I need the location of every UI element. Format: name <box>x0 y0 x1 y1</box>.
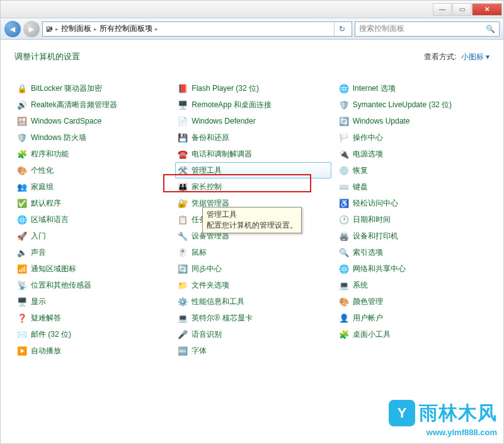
cp-item[interactable]: ❓疑难解答 <box>14 310 170 326</box>
crumb-all-items[interactable]: 所有控制面板项 <box>100 23 152 34</box>
item-label: Windows CardSpace <box>31 117 101 126</box>
item-label: 默认程序 <box>31 198 61 209</box>
item-label: 入门 <box>31 231 46 242</box>
cp-item[interactable]: 🏳️操作中心 <box>336 129 492 146</box>
cp-item[interactable]: 👥家庭组 <box>14 178 170 195</box>
cp-item[interactable]: 🎨个性化 <box>14 162 170 178</box>
item-label: BitLocker 驱动器加密 <box>31 83 102 94</box>
view-by-label: 查看方式: <box>424 52 456 61</box>
item-icon: 🌐 <box>339 83 349 93</box>
cp-item[interactable]: 🔌电源选项 <box>336 146 492 162</box>
cp-item[interactable]: 🔒BitLocker 驱动器加密 <box>14 80 170 96</box>
item-label: 疑难解答 <box>31 313 61 324</box>
address-bar: ◄ ► 🖳 ▸ 控制面板 ▸ 所有控制面板项 ▸ ↻ 搜索控制面板 🔍 <box>1 18 503 40</box>
cp-item[interactable]: 🪟Windows CardSpace <box>14 113 170 129</box>
cp-item[interactable]: 📁文件夹选项 <box>175 277 331 293</box>
chevron-right-icon: ▸ <box>55 26 59 32</box>
cp-item[interactable]: 📡位置和其他传感器 <box>14 277 170 293</box>
item-icon: 🔌 <box>339 149 349 159</box>
cp-item[interactable]: 🔈声音 <box>14 244 170 260</box>
search-placeholder: 搜索控制面板 <box>359 23 404 34</box>
chevron-down-icon: ▾ <box>486 52 490 61</box>
cp-item[interactable]: 💻英特尔® 核芯显卡 <box>175 310 331 326</box>
cp-item[interactable]: 🛠️管理工具 <box>175 162 331 178</box>
item-label: Flash Player (32 位) <box>192 83 259 94</box>
cp-item[interactable]: 🌐网络和共享中心 <box>336 260 492 277</box>
cp-item[interactable]: ⚙️性能信息和工具 <box>175 293 331 310</box>
cp-item[interactable]: 🎤语音识别 <box>175 326 331 342</box>
cp-item[interactable]: 🔍索引选项 <box>336 244 492 260</box>
cp-item[interactable]: 📶通知区域图标 <box>14 260 170 277</box>
cp-item[interactable]: 📄Windows Defender <box>175 113 331 129</box>
cp-item[interactable]: 🧩桌面小工具 <box>336 326 492 342</box>
item-label: RemoteApp 和桌面连接 <box>192 100 272 110</box>
view-by-control[interactable]: 查看方式: 小图标 ▾ <box>424 52 490 62</box>
breadcrumb[interactable]: 🖳 ▸ 控制面板 ▸ 所有控制面板项 ▸ ↻ <box>42 21 352 37</box>
cp-item[interactable]: 🛡️Symantec LiveUpdate (32 位) <box>336 96 492 113</box>
cp-item[interactable]: ☎️电话和调制解调器 <box>175 146 331 162</box>
cp-item[interactable]: 🧩程序和功能 <box>14 146 170 162</box>
cp-item[interactable]: ♿轻松访问中心 <box>336 195 492 211</box>
cp-item[interactable]: 🌐区域和语言 <box>14 211 170 228</box>
search-input[interactable]: 搜索控制面板 🔍 <box>355 21 500 37</box>
item-label: 设备和打印机 <box>353 231 398 242</box>
cp-item[interactable]: 🔄同步中心 <box>175 260 331 277</box>
item-icon: 🔄 <box>178 264 188 274</box>
cp-item[interactable]: 🕐日期和时间 <box>336 211 492 228</box>
item-label: 邮件 (32 位) <box>31 329 71 340</box>
view-by-value[interactable]: 小图标 ▾ <box>461 52 490 61</box>
item-icon: 🔊 <box>17 100 27 110</box>
back-button[interactable]: ◄ <box>4 21 21 37</box>
item-label: 管理工具 <box>192 165 222 176</box>
item-icon: 🏳️ <box>339 132 349 143</box>
item-label: 电话和调制解调器 <box>192 149 252 160</box>
item-label: 网络和共享中心 <box>353 264 406 274</box>
cp-item[interactable]: ✅默认程序 <box>14 195 170 211</box>
crumb-control-panel[interactable]: 控制面板 <box>61 23 91 34</box>
titlebar: — ▭ ✕ <box>1 1 503 18</box>
cp-item[interactable]: 💻系统 <box>336 277 492 293</box>
item-icon: 🌐 <box>17 214 27 225</box>
item-icon: ▶️ <box>17 346 27 356</box>
item-label: 索引选项 <box>353 247 383 258</box>
item-icon: 🔒 <box>17 83 27 93</box>
cp-item[interactable]: 🛡️Windows 防火墙 <box>14 129 170 146</box>
cp-item[interactable]: 🔤字体 <box>175 342 331 359</box>
item-icon: 🕐 <box>339 214 349 225</box>
item-icon: 🖱️ <box>178 247 188 257</box>
cp-item[interactable]: 📕Flash Player (32 位) <box>175 80 331 96</box>
control-panel-icon: 🖳 <box>45 25 53 33</box>
item-icon: 🔍 <box>339 247 349 257</box>
maximize-button[interactable]: ▭ <box>452 3 471 16</box>
forward-button[interactable]: ► <box>23 21 40 37</box>
item-label: 同步中心 <box>192 264 222 274</box>
item-label: 程序和功能 <box>31 149 69 160</box>
cp-item[interactable]: 🎨颜色管理 <box>336 293 492 310</box>
cp-item[interactable]: ⌨️键盘 <box>336 178 492 195</box>
cp-item[interactable]: 👪家长控制 <box>175 178 331 195</box>
cp-item[interactable]: 🖱️鼠标 <box>175 244 331 260</box>
cp-item[interactable]: 💾备份和还原 <box>175 129 331 146</box>
cp-item[interactable]: 🔄Windows Update <box>336 113 492 129</box>
tooltip-desc: 配置您计算机的管理设置。 <box>207 220 297 231</box>
item-label: Symantec LiveUpdate (32 位) <box>353 100 452 110</box>
item-icon: 💻 <box>178 313 188 323</box>
item-label: 用户帐户 <box>353 313 383 324</box>
cp-item[interactable]: ✉️邮件 (32 位) <box>14 326 170 342</box>
cp-item[interactable]: 🖥️RemoteApp 和桌面连接 <box>175 96 331 113</box>
cp-item[interactable]: 👤用户帐户 <box>336 310 492 326</box>
cp-item[interactable]: 🌐Internet 选项 <box>336 80 492 96</box>
cp-item[interactable]: ▶️自动播放 <box>14 342 170 359</box>
item-label: 日期和时间 <box>353 214 391 225</box>
cp-item[interactable]: 🖨️设备和打印机 <box>336 228 492 244</box>
item-icon: 🔧 <box>178 231 188 241</box>
item-label: 语音识别 <box>192 329 222 340</box>
cp-item[interactable]: 🔊Realtek高清晰音频管理器 <box>14 96 170 113</box>
cp-item[interactable]: 💿恢复 <box>336 162 492 178</box>
cp-item[interactable]: 🖥️显示 <box>14 293 170 310</box>
refresh-button[interactable]: ↻ <box>334 22 349 36</box>
close-button[interactable]: ✕ <box>472 3 502 16</box>
minimize-button[interactable]: — <box>433 3 452 16</box>
item-label: 文件夹选项 <box>192 280 229 291</box>
cp-item[interactable]: 🚀入门 <box>14 228 170 244</box>
